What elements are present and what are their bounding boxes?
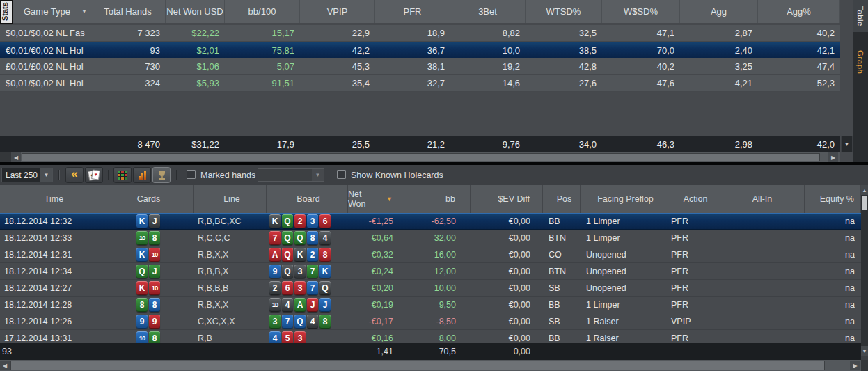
hand-count-filter-dropdown[interactable]: Last 250 ▼ — [1, 168, 53, 182]
hand-cell-all-in — [720, 330, 805, 343]
scrollbar-thumb[interactable] — [22, 153, 820, 161]
hand-cell-action: PFR — [665, 280, 720, 296]
hand-row[interactable]: 18.12.2014 12:33108R,C,C,C7QQ84€0,6432,0… — [0, 230, 861, 246]
stats-row[interactable]: €0,01/€0,02 NL Hol93$2,0175,8142,236,710… — [0, 42, 840, 58]
hands-col-board[interactable]: Board — [267, 185, 348, 213]
tab-table[interactable]: Table — [853, 0, 868, 32]
stats-totals-row: 8 470$31,2217,925,521,29,7634,046,32,984… — [0, 136, 840, 152]
summary-net-won: 1,41 — [348, 343, 393, 360]
marked-hands-checkbox[interactable] — [187, 170, 196, 179]
scroll-right-button[interactable]: ▶ — [850, 361, 860, 370]
hands-col-action[interactable]: Action — [665, 185, 720, 213]
tournament-button[interactable] — [152, 167, 171, 183]
scroll-right-button[interactable]: ▶ — [828, 152, 838, 162]
stats-cell-agg: 40,2 — [758, 25, 840, 41]
hands-col-label: Cards — [137, 194, 160, 204]
replay-hand-button[interactable]: « — [65, 167, 84, 183]
card-chip: 10 — [269, 298, 281, 312]
hand-cell-time: 17.12.2014 13:31 — [0, 330, 104, 343]
hands-col-time[interactable]: Time — [0, 185, 104, 213]
stats-row[interactable]: $0,01/$0,02 NL Fas7 323$22,2215,1722,918… — [0, 25, 840, 42]
hand-row[interactable]: 18.12.2014 12:34QJR,B,B,X9Q37K€0,2412,00… — [0, 263, 861, 280]
stats-col-3bet[interactable]: 3Bet — [450, 0, 526, 23]
stats-col-vpip[interactable]: VPIP — [300, 0, 375, 23]
hands-vertical-scrollbar[interactable]: ▲ ▼ — [861, 185, 868, 356]
totals-cell-total-hands: 8 470 — [90, 136, 166, 152]
hand-cell-all-in — [720, 214, 805, 229]
stats-horizontal-scrollbar[interactable]: ◀ ▶ — [0, 152, 840, 162]
marked-hands-filter-dropdown[interactable]: ▼ — [258, 168, 324, 182]
stats-col-wtsd[interactable]: WTSD% — [526, 0, 602, 23]
hands-col-cards[interactable]: Cards — [104, 185, 194, 213]
hands-col-facing-preflop[interactable]: Facing Preflop — [581, 185, 665, 213]
hand-row[interactable]: 18.12.2014 12:32KJR,B,BC,XCKQ236-€1,25-6… — [0, 213, 861, 230]
scroll-left-button[interactable]: ◀ — [0, 361, 10, 370]
toolbar-separator — [58, 170, 60, 180]
scroll-left-button[interactable]: ◀ — [11, 152, 21, 162]
stats-col-pfr[interactable]: PFR — [375, 0, 450, 23]
stats-cell-total-hands: 324 — [90, 75, 166, 91]
stats-col-agg[interactable]: Agg — [680, 0, 758, 23]
stats-col-net-won-usd[interactable]: Net Won USD — [166, 0, 225, 23]
hands-col-line[interactable]: Line — [194, 185, 267, 213]
hands-col-pos[interactable]: Pos — [543, 185, 581, 213]
stats-col-bb-100[interactable]: bb/100 — [225, 0, 300, 23]
tab-graph[interactable]: Graph — [853, 40, 868, 84]
stats-cell-total-hands: 93 — [90, 42, 166, 58]
scrollbar-thumb[interactable] — [862, 196, 867, 210]
column-options-button[interactable]: ▼ — [841, 136, 853, 152]
stats-row[interactable]: $0,01/$0,02 NL Hol324$5,9391,5135,432,71… — [0, 75, 840, 92]
show-known-holecards-checkbox[interactable] — [337, 170, 346, 179]
scrollbar-thumb[interactable] — [10, 361, 825, 370]
hand-cell-ev-diff: €0,00 — [471, 313, 543, 329]
hand-cell-ev-diff: €0,00 — [471, 330, 543, 343]
scroll-down-button[interactable]: ▼ — [861, 346, 868, 356]
hand-cell-time: 18.12.2014 12:31 — [0, 246, 104, 262]
stats-col-label: 3Bet — [478, 6, 497, 17]
hands-horizontal-scrollbar[interactable]: ◀ ▶ — [0, 360, 868, 371]
card-chip: Q — [294, 315, 306, 329]
stats-cell-pfr: 32,7 — [375, 75, 450, 91]
hands-col-all-in[interactable]: All-In — [720, 185, 805, 213]
totals-cell-vpip: 25,5 — [300, 136, 375, 152]
hand-row[interactable]: 18.12.2014 12:27K10R,B,B,B2637Q€0,2010,0… — [0, 280, 861, 297]
stats-col-agg[interactable]: Agg% — [758, 0, 840, 23]
card-chip: 2 — [269, 281, 281, 295]
hand-row[interactable]: 18.12.2014 12:2699C,XC,X,X37Q48-€0,17-8,… — [0, 313, 861, 330]
stats-cell-bb-100: 91,51 — [225, 75, 300, 91]
stats-col-total-hands[interactable]: Total Hands — [90, 0, 166, 23]
hand-cell-board: 9Q37K — [267, 263, 348, 279]
hands-col-equity[interactable]: Equity % — [805, 185, 861, 213]
card-chip: 3 — [307, 214, 318, 228]
card-chip: 7 — [307, 281, 318, 295]
hand-cell-net-won: €0,19 — [348, 297, 407, 313]
show-cards-button[interactable]: ♠♥ — [85, 167, 103, 183]
card-chip: K — [269, 214, 281, 228]
stats-col-w-sd[interactable]: W$SD% — [602, 0, 680, 23]
card-chip: 8 — [136, 298, 148, 312]
hands-col-label: $EV Diff — [498, 194, 530, 204]
scrollbar-corner — [861, 360, 868, 371]
replay-icon: « — [71, 171, 77, 177]
hands-col-label: Action — [684, 194, 708, 204]
card-chip: Q — [136, 265, 148, 278]
hand-row[interactable]: 17.12.2014 13:31108R,B453€0,168,00€0,00B… — [0, 330, 861, 343]
stats-cell-wtsd: 27,6 — [526, 75, 602, 91]
totals-cell-agg: 2,98 — [680, 136, 758, 152]
hand-cell-action: PFR — [665, 246, 720, 262]
card-chip: J — [307, 298, 318, 312]
stats-cell-bb-100: 75,81 — [225, 42, 300, 58]
card-chip: 9 — [149, 315, 160, 329]
graph-stats-button[interactable] — [133, 167, 151, 183]
range-grid-button[interactable] — [113, 167, 132, 183]
hands-col-net-won[interactable]: Net Won▼ — [348, 185, 407, 213]
hand-row[interactable]: 18.12.2014 12:31K10R,B,X,XAQK28€0,3216,0… — [0, 246, 861, 263]
stats-cell-3bet: 19,2 — [450, 58, 526, 74]
hands-col-ev-diff[interactable]: $EV Diff — [471, 185, 543, 213]
stats-col-game-type[interactable]: Game Type▼ — [0, 0, 90, 23]
scroll-up-button[interactable]: ▲ — [861, 185, 868, 195]
stats-row[interactable]: £0,01/£0,02 NL Hol730$1,065,0745,338,119… — [0, 58, 840, 75]
hand-row[interactable]: 18.12.2014 12:2888R,B,X,X104AJJ€0,199,50… — [0, 297, 861, 313]
stats-vertical-tab[interactable]: Stats — [0, 0, 13, 24]
hands-col-bb[interactable]: bb — [407, 185, 471, 213]
